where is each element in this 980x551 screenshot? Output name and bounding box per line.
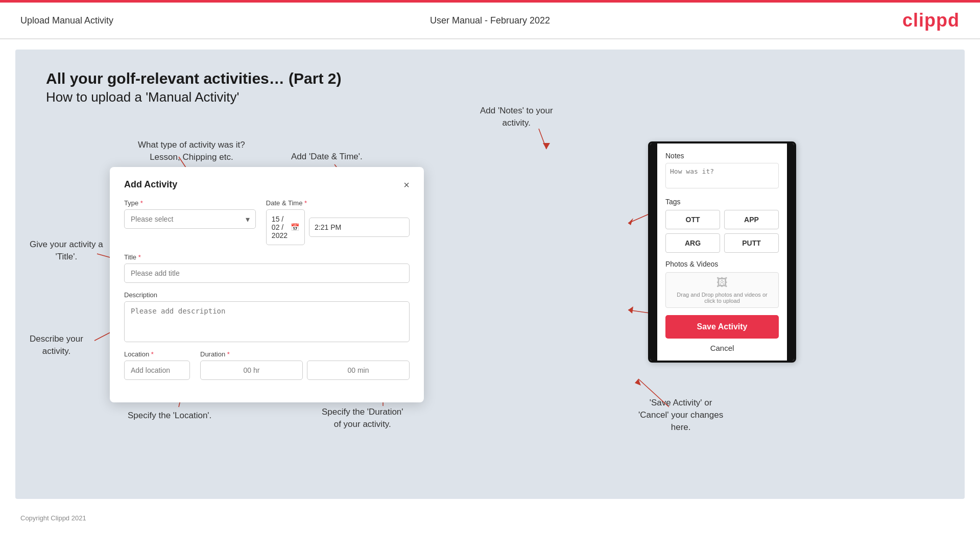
annotation-what-type: What type of activity was it?Lesson, Chi… <box>138 139 245 163</box>
svg-marker-19 <box>635 379 641 386</box>
duration-group: Duration * <box>200 350 410 380</box>
annotation-duration: Specify the 'Duration'of your activity. <box>322 406 403 430</box>
type-select-wrapper: Please select <box>124 209 256 229</box>
duration-label: Duration * <box>200 350 410 358</box>
annotation-location: Specify the 'Location'. <box>128 410 211 422</box>
add-activity-dialog: Add Activity × Type * Please select Date… <box>110 167 424 402</box>
type-group: Type * Please select <box>124 199 256 245</box>
phone-content: Notes Tags OTT APP ARG PUTT Photos & Vid… <box>657 143 787 361</box>
section-subtitle: How to upload a 'Manual Activity' <box>46 89 934 105</box>
phone-panel: Notes Tags OTT APP ARG PUTT Photos & Vid… <box>648 141 796 363</box>
dialog-header: Add Activity × <box>124 179 410 190</box>
title-input[interactable] <box>124 263 410 283</box>
save-activity-button[interactable]: Save Activity <box>665 315 779 339</box>
dialog-close-button[interactable]: × <box>403 180 410 190</box>
duration-hr-input[interactable] <box>200 361 303 380</box>
svg-marker-13 <box>543 143 550 149</box>
description-group: Description <box>124 291 410 342</box>
description-textarea[interactable] <box>124 301 410 342</box>
description-label: Description <box>124 291 410 299</box>
dialog-title: Add Activity <box>124 179 177 190</box>
annotation-date-time: Add 'Date & Time'. <box>291 151 363 163</box>
duration-inputs <box>200 361 410 380</box>
notes-label: Notes <box>665 152 779 160</box>
annotation-save: 'Save Activity' or'Cancel' your changesh… <box>638 397 723 433</box>
location-group: Location * <box>124 350 190 380</box>
date-input-display[interactable]: 15 / 02 / 2022 📅 <box>266 209 305 245</box>
tag-app[interactable]: APP <box>724 210 779 229</box>
page-title: Upload Manual Activity <box>20 15 113 26</box>
tag-putt[interactable]: PUTT <box>724 233 779 253</box>
time-input[interactable] <box>309 218 410 237</box>
title-group: Title * <box>124 253 410 283</box>
cancel-link[interactable]: Cancel <box>665 344 779 352</box>
main-content: All your golf-relevant activities… (Part… <box>15 50 965 499</box>
annotation-notes: Add 'Notes' to youractivity. <box>480 105 553 129</box>
datetime-group: Date & Time * 15 / 02 / 2022 📅 <box>266 199 410 245</box>
type-label: Type * <box>124 199 256 207</box>
type-datetime-row: Type * Please select Date & Time * 15 / … <box>124 199 410 245</box>
tag-ott[interactable]: OTT <box>665 210 720 229</box>
location-label: Location * <box>124 350 190 358</box>
duration-min-input[interactable] <box>307 361 410 380</box>
datetime-label: Date & Time * <box>266 199 410 207</box>
type-select[interactable]: Please select <box>124 209 256 229</box>
photos-upload-area[interactable]: 🖼 Drag and Drop photos and videos orclic… <box>665 272 779 308</box>
location-duration-row: Location * Duration * <box>124 350 410 380</box>
location-input[interactable] <box>124 361 190 380</box>
datetime-inputs: 15 / 02 / 2022 📅 <box>266 209 410 245</box>
annotation-give-title: Give your activity a'Title'. <box>30 238 103 263</box>
svg-line-12 <box>539 129 546 149</box>
svg-marker-15 <box>628 218 633 225</box>
tags-grid: OTT APP ARG PUTT <box>665 210 779 253</box>
title-field-label: Title * <box>124 253 410 261</box>
tag-arg[interactable]: ARG <box>665 233 720 253</box>
photos-label: Photos & Videos <box>665 260 779 268</box>
svg-marker-17 <box>628 306 633 314</box>
footer: Copyright Clippd 2021 <box>0 509 980 527</box>
photos-hint: Drag and Drop photos and videos orclick … <box>677 292 767 304</box>
copyright: Copyright Clippd 2021 <box>20 514 86 522</box>
logo: clippd <box>902 10 960 31</box>
manual-title: User Manual - February 2022 <box>430 15 550 26</box>
annotation-describe: Describe youractivity. <box>30 333 83 357</box>
section-title: All your golf-relevant activities… (Part… <box>46 70 934 87</box>
notes-textarea[interactable] <box>665 163 779 188</box>
photo-icon: 🖼 <box>716 276 728 290</box>
tags-label: Tags <box>665 198 779 206</box>
